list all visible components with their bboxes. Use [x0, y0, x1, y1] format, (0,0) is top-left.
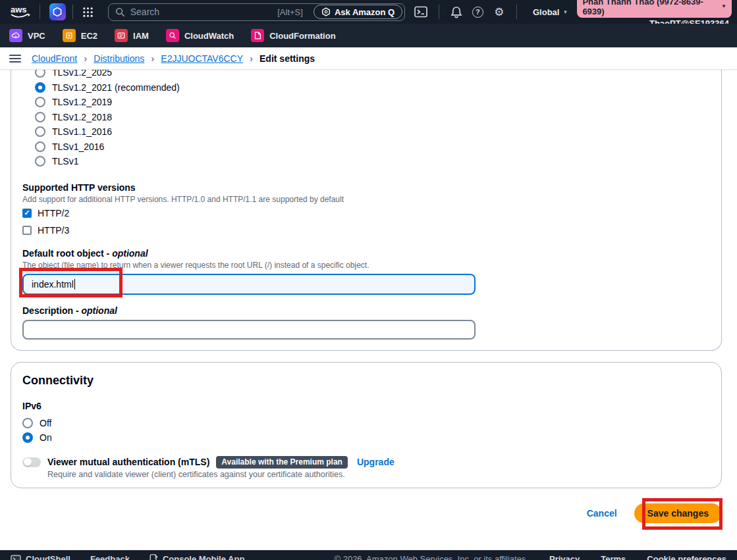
breadcrumb-bar: CloudFront Distributions E2JJUOCTAV6CCY … — [0, 47, 737, 70]
divider — [40, 5, 40, 19]
cancel-button[interactable]: Cancel — [587, 508, 617, 519]
footer-terms-link[interactable]: Terms — [601, 554, 626, 560]
description-label: Description - optional — [22, 305, 710, 317]
upgrade-link[interactable]: Upgrade — [357, 457, 395, 467]
ask-amazon-q-button[interactable]: Ask Amazon Q — [314, 5, 402, 19]
radio-tls-1-2-2018[interactable]: TLSv1.2_2018 — [35, 110, 710, 125]
radio-tls-1-1-2016[interactable]: TLSv1.1_2016 — [35, 124, 710, 140]
checkbox-icon[interactable] — [22, 226, 32, 235]
checkbox-checked-icon[interactable] — [22, 209, 32, 218]
account-menu[interactable]: Phan Thanh Thao (9972-8639-6939) ▼ — [577, 0, 732, 18]
footer-mobile-app[interactable]: Console Mobile App — [150, 554, 244, 560]
help-icon[interactable]: ? — [467, 3, 488, 21]
breadcrumb-distribution-id[interactable]: E2JJUOCTAV6CCY — [161, 53, 243, 64]
chevron-down-icon: ▼ — [721, 3, 726, 9]
mobile-app-icon — [150, 554, 158, 560]
radio-icon[interactable] — [35, 156, 45, 166]
default-root-object-label: Default root object - optional — [22, 248, 710, 259]
cloudshell-icon[interactable] — [410, 3, 431, 21]
connectivity-card: Connectivity IPv6 Off On Viewer mutual a… — [11, 362, 722, 488]
apps-grid-icon[interactable] — [80, 4, 96, 20]
mtls-label: Viewer mutual authentication (mTLS) — [47, 457, 209, 467]
region-selector[interactable]: Global ▼ — [533, 7, 568, 17]
settings-gear-icon[interactable]: ⚙ — [489, 3, 510, 21]
favbar-item-cloudwatch[interactable]: CloudWatch — [166, 29, 234, 42]
top-navbar: aws Search [Alt+S] — [0, 0, 737, 24]
breadcrumb-current: Edit settings — [259, 53, 315, 64]
q-hexagon-icon — [321, 7, 331, 16]
breadcrumb-cloudfront[interactable]: CloudFront — [32, 53, 77, 64]
search-icon — [115, 7, 125, 17]
radio-icon[interactable] — [22, 418, 33, 428]
footer-privacy-link[interactable]: Privacy — [549, 554, 580, 560]
radio-ipv6-on[interactable]: On — [22, 430, 710, 445]
radio-tls-1-2016[interactable]: TLSv1_2016 — [35, 140, 710, 155]
radio-icon[interactable] — [35, 97, 45, 107]
aws-logo[interactable]: aws — [8, 3, 33, 20]
breadcrumb-separator — [250, 53, 253, 64]
radio-icon[interactable] — [35, 141, 45, 152]
settings-card: TLSv1.2_2025 TLSv1.2_2021 (recommended) … — [11, 70, 722, 351]
breadcrumb-separator — [84, 53, 87, 64]
cloudwatch-icon — [166, 29, 179, 42]
ec2-icon — [63, 29, 76, 42]
mtls-description: Require and validate viewer (client) cer… — [47, 470, 710, 480]
radio-tls-1[interactable]: TLSv1 — [35, 154, 710, 169]
mtls-toggle[interactable] — [22, 457, 41, 467]
divider — [72, 5, 73, 19]
hamburger-menu-icon[interactable] — [9, 55, 21, 63]
search-placeholder: Search — [130, 7, 273, 17]
search-input[interactable]: Search [Alt+S] Ask Amazon Q — [108, 3, 405, 21]
iam-icon — [115, 29, 128, 42]
footer-feedback[interactable]: Feedback — [90, 554, 130, 560]
radio-tls-1-2-2021[interactable]: TLSv1.2_2021 (recommended) — [35, 80, 710, 95]
mtls-row: Viewer mutual authentication (mTLS) Avai… — [22, 455, 710, 469]
cloudformation-icon — [251, 29, 264, 42]
favbar-item-cloudformation[interactable]: CloudFormation — [251, 29, 335, 42]
breadcrumb: CloudFront Distributions E2JJUOCTAV6CCY … — [32, 53, 315, 64]
favorites-bar: VPC EC2 IAM CloudWatch CloudFormation — [0, 24, 737, 47]
security-policy-radio-group: TLSv1.2_2025 TLSv1.2_2021 (recommended) … — [35, 70, 710, 169]
footer-cloudshell[interactable]: CloudShell — [11, 554, 70, 560]
annotation-box-root-object-input — [19, 268, 123, 297]
breadcrumb-separator — [151, 53, 154, 64]
annotation-box-save-button — [642, 498, 723, 530]
divider — [439, 5, 439, 19]
breadcrumb-distributions[interactable]: Distributions — [94, 53, 144, 64]
radio-tls-1-2-2025[interactable]: TLSv1.2_2025 — [35, 70, 710, 80]
default-root-object-description: The object (file name) to return when a … — [22, 261, 710, 270]
notifications-bell-icon[interactable] — [446, 3, 467, 21]
search-shortcut: [Alt+S] — [277, 7, 303, 17]
radio-icon[interactable] — [35, 112, 45, 122]
footer-legal: © 2026, Amazon Web Services, Inc. or its… — [334, 554, 726, 560]
radio-tls-1-2-2019[interactable]: TLSv1.2_2019 — [35, 95, 710, 110]
chevron-down-icon: ▼ — [562, 9, 568, 15]
radio-icon[interactable] — [35, 126, 45, 137]
connectivity-title: Connectivity — [22, 373, 710, 388]
vpc-icon — [9, 29, 22, 42]
checkbox-http3[interactable]: HTTP/3 — [22, 222, 710, 239]
http-versions-description: Add support for additional HTTP versions… — [22, 195, 710, 205]
radio-ipv6-off[interactable]: Off — [22, 416, 710, 430]
footer-copyright: © 2026, Amazon Web Services, Inc. or its… — [334, 554, 528, 560]
http-versions-label: Supported HTTP versions — [22, 182, 710, 193]
favbar-item-vpc[interactable]: VPC — [9, 29, 45, 42]
favbar-item-iam[interactable]: IAM — [115, 29, 149, 42]
footer-cookie-preferences-link[interactable]: Cookie preferences — [647, 554, 726, 560]
divider — [516, 5, 517, 19]
radio-icon[interactable] — [35, 70, 45, 78]
radio-selected-icon[interactable] — [35, 82, 45, 93]
favbar-item-ec2[interactable]: EC2 — [63, 29, 97, 42]
radio-selected-icon[interactable] — [22, 432, 33, 443]
aws-console-page: aws Search [Alt+S] — [0, 0, 737, 560]
svg-text:aws: aws — [11, 5, 27, 14]
amazon-q-icon[interactable] — [49, 3, 66, 20]
cloudshell-icon — [11, 555, 21, 560]
console-footer: CloudShell Feedback Console Mobile App ©… — [0, 550, 737, 560]
aws-logo-icon: aws — [8, 3, 33, 20]
premium-plan-badge: Available with the Premium plan — [216, 456, 348, 469]
ipv6-label: IPv6 — [22, 401, 710, 412]
checkbox-http2[interactable]: HTTP/2 — [22, 205, 710, 222]
description-input[interactable] — [22, 320, 476, 340]
